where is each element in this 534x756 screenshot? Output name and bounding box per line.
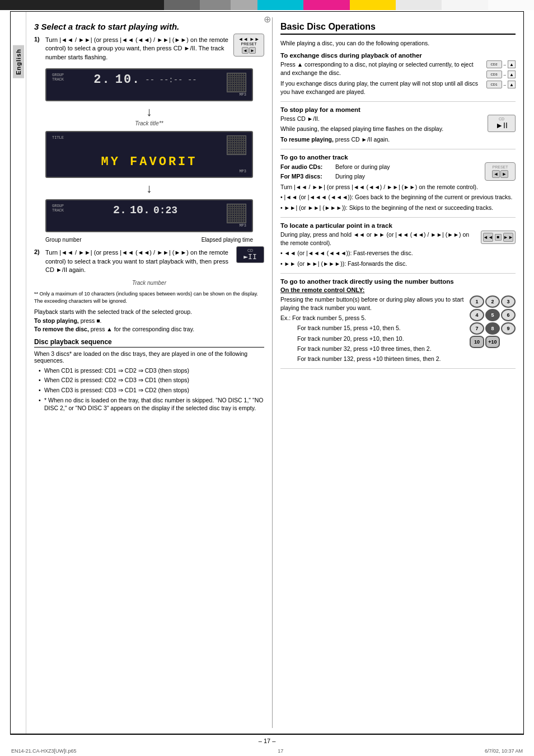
display1-track-label: TRACK [52, 77, 64, 82]
step2-num: 2) [34, 248, 43, 274]
footer-info: EN14-21.CA-HXZ3[UW]I.p65 17 6/7/02, 10:3… [0, 747, 534, 755]
format2-val: During play [335, 172, 365, 181]
display3-container: GROUP TRACK 2. 10. 0:23 MP3 [45, 199, 253, 232]
display1-group: 2. [93, 73, 110, 87]
footnote: ** Only a maximum of 10 characters (incl… [34, 290, 264, 304]
display2-text: MY FAVORIT [52, 155, 246, 169]
disc-icon-cd1: CD1 [486, 81, 502, 88]
number-buttons-title: To go to another track directly using th… [280, 278, 516, 285]
remote-btn-8[interactable]: 8 [485, 322, 500, 335]
intro-text: While playing a disc, you can do the fol… [280, 39, 516, 48]
locate-point-section: To locate a particular point in a track … [280, 222, 516, 274]
another-track-text: For audio CDs: Before or during play For… [280, 163, 516, 212]
remove-disc-label: To remove the disc, [34, 326, 89, 332]
basic-disc-ops-title: Basic Disc Operations [280, 22, 516, 35]
bar-seg-white2 [442, 0, 488, 10]
remote-btn-1[interactable]: 1 [470, 295, 484, 308]
step1-item: 1) Turn |◄◄ / ►►| (or press |◄◄ (◄◄) / ►… [34, 36, 230, 62]
stop-playing-label: To stop playing, [34, 317, 79, 324]
display1-track: 10. [115, 73, 141, 87]
footer-right: 6/7/02, 10:37 AM [485, 748, 523, 754]
left-column: 3 Select a track to start playing with. … [26, 17, 273, 728]
format2-label: For MP3 discs: [280, 172, 331, 181]
arrow-down-1: ↓ [34, 106, 264, 118]
locate-point-title: To locate a particular point in a track [280, 222, 516, 229]
exchange-text2: If you exchange discs during play, the c… [280, 79, 516, 96]
locate-point-text: During play, press and hold ◄◄ or ►► (or… [280, 231, 516, 268]
disc-diagram: CD2 – ▲ CD3 – ▲ CD1 – ▲ [486, 60, 516, 88]
another-track-title: To go to another track [280, 154, 516, 161]
top-color-bar [0, 0, 534, 10]
bar-seg-cyan [257, 0, 303, 10]
disc-bullet-0: When CD1 is pressed: CD1 ⇒ CD2 ⇒ CD3 (th… [39, 367, 264, 375]
disc-sequence-bullets: When CD1 is pressed: CD1 ⇒ CD2 ⇒ CD3 (th… [39, 367, 264, 412]
arrow-down-2: ↓ [34, 182, 264, 195]
bar-seg-4 [164, 0, 199, 10]
locate-text1: During play, press and hold ◄◄ or ►► (or… [280, 231, 516, 247]
format1-val: Before or during play [335, 163, 390, 171]
track-number-label: Track number [34, 280, 264, 286]
bar-seg-magenta [303, 0, 349, 10]
seek-control: ◄◄ ■ ►► [481, 231, 516, 244]
step1-container: 1) Turn |◄◄ / ►►| (or press |◄◄ (◄◄) / ►… [34, 34, 264, 64]
remote-only-subtitle: On the remote control ONLY: [280, 287, 516, 293]
eject-btn-3: ▲ [508, 81, 516, 88]
main-columns: 3 Select a track to start playing with. … [26, 12, 523, 734]
resume-text: press CD ►/II again. [335, 136, 390, 143]
bar-seg-white1 [396, 0, 442, 10]
another-track-bullet1: • |◄◄ (or |◄◄◄ (◄◄◄)): Goes back to the … [280, 193, 516, 201]
display2-matrix [227, 135, 246, 155]
group-number-label: Group number [45, 237, 81, 243]
remote-btn-7[interactable]: 7 [470, 322, 484, 335]
eject-btn-2: ▲ [508, 71, 516, 78]
ffwd-btn[interactable]: ►► [503, 233, 513, 242]
bar-seg-3 [120, 0, 164, 10]
disc-bullet-2: When CD3 is pressed: CD3 ⇒ CD1 ⇒ CD2 (th… [39, 386, 264, 395]
display1-container: GROUP TRACK 2. 10. -- --:-- -- MP3 [45, 68, 253, 101]
display3-matrix [227, 204, 246, 223]
ex-item-3: For track number 132, press +10 thirteen… [297, 355, 516, 363]
bar-seg-white3 [488, 0, 534, 10]
bar-seg-1 [0, 0, 67, 10]
bar-seg-yellow [350, 0, 396, 10]
remote-btn-2[interactable]: 2 [485, 295, 500, 308]
track-title-label: Track title** [34, 120, 264, 126]
exchange-section: To exchange discs during playback of ano… [280, 52, 516, 102]
locate-bullet2: • ►► (or ►►| (►►►)): Fast-forwards the d… [280, 260, 516, 268]
remote-btn-3[interactable]: 3 [501, 295, 516, 308]
remote-btn-9[interactable]: 9 [501, 322, 516, 335]
disc-sequence-intro: When 3 discs* are loaded on the disc tra… [34, 350, 264, 364]
step2-text-area: 2) Turn |◄◄ / ►►| (or press |◄◄ (◄◄) / ►… [34, 246, 233, 276]
remote-btn-plus10[interactable]: +10 [485, 336, 500, 348]
display3-track-lbl: TRACK [52, 208, 64, 213]
remove-disc-note: To remove the disc, press ▲ for the corr… [34, 326, 264, 332]
disc-row-2: CD3 – ▲ [486, 71, 516, 78]
display2: TITLE MY FAVORIT MP3 [45, 131, 253, 178]
display1-matrix [227, 73, 246, 92]
remote-icon-2: PRESET ◄ ► [485, 162, 516, 181]
remote-btn-4[interactable]: 4 [470, 309, 484, 321]
page-number: – 17 – [10, 734, 524, 747]
stop-text3: To resume playing, press CD ►/II again. [280, 135, 516, 144]
format-table: For audio CDs: Before or during play For… [280, 163, 516, 181]
remote-btn-10[interactable]: 10 [470, 336, 484, 348]
another-track-section: To go to another track PRESET ◄ ► For [280, 154, 516, 218]
cd-display-icon: CD ►II [236, 246, 264, 263]
playback-note: Playback starts with the selected track … [34, 308, 264, 315]
compass-mark: ⊕ [264, 14, 271, 25]
number-buttons-section: To go to another track directly using th… [280, 278, 516, 369]
display3-labels: Group number Elapsed playing time [45, 237, 253, 243]
stop-moment-text: Press CD ►/II. While pausing, the elapse… [280, 115, 516, 144]
footer-center: 17 [278, 748, 283, 754]
display1: GROUP TRACK 2. 10. -- --:-- -- MP3 [45, 68, 253, 101]
stop-playing-text: press ■. [81, 317, 102, 324]
another-track-bullet2: • ►►| (or ►►| (►►►)): Skips to the begin… [280, 204, 516, 212]
display1-group-label: GROUP [52, 73, 64, 77]
remote-btn-5[interactable]: 5 [485, 309, 500, 321]
stop-small-btn[interactable]: ■ [495, 234, 502, 241]
remote-btn-6[interactable]: 6 [501, 309, 516, 321]
rewind-btn[interactable]: ◄◄ [483, 233, 493, 242]
exchange-title: To exchange discs during playback of ano… [280, 52, 516, 59]
disc-bullet-3: * When no disc is loaded on the tray, th… [39, 396, 264, 412]
step1-text: Turn |◄◄ / ►►| (or press |◄◄ (◄◄) / ►►| … [45, 36, 230, 62]
